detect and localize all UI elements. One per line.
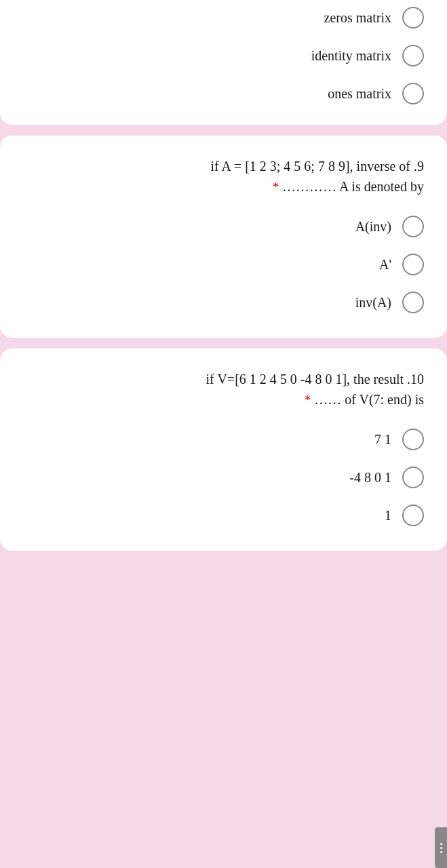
option-label-71: 7 1 (374, 432, 391, 448)
question-card-2: if A = [1 2 3; 4 5 6; 7 8 9], inverse of… (0, 136, 447, 338)
radio-ainv[interactable] (402, 216, 424, 237)
partial-card: zeros matrix identity matrix ones matrix (0, 0, 447, 125)
question-line2-q3: …… of V(7: end) is (314, 392, 424, 407)
radio-ones-matrix[interactable] (402, 83, 424, 104)
option-label-aprime: A' (379, 257, 391, 273)
question-text-2: if A = [1 2 3; 4 5 6; 7 8 9], inverse of… (16, 156, 431, 197)
option-label-4801: -4 8 0 1 (349, 470, 391, 486)
question-asterisk-2: * (273, 180, 279, 194)
radio-zeros-matrix[interactable] (402, 7, 424, 28)
question-line1: if A = [1 2 3; 4 5 6; 7 8 9], inverse of… (210, 159, 424, 174)
question-line1-q3: if V=[6 1 2 4 5 0 -4 8 0 1], the result … (206, 372, 424, 387)
option-row: A(inv) (355, 216, 424, 237)
option-label-inva: inv(A) (355, 295, 391, 311)
radio-4801[interactable] (402, 467, 424, 488)
option-row: identity matrix (311, 45, 424, 66)
question-card-3: if V=[6 1 2 4 5 0 -4 8 0 1], the result … (0, 349, 447, 551)
question-text-3: if V=[6 1 2 4 5 0 -4 8 0 1], the result … (16, 369, 431, 410)
option-row: A' (379, 254, 424, 275)
scrollbar-dot (440, 847, 442, 849)
option-row: zeros matrix (324, 7, 424, 28)
scrollbar-dot (440, 851, 442, 853)
options-list-2: A(inv) A' inv(A) (16, 216, 431, 313)
scrollbar-dots (440, 843, 442, 853)
option-label-one: 1 (385, 508, 391, 524)
scrollbar-dot (440, 843, 442, 845)
option-row: ones matrix (328, 83, 424, 104)
question-asterisk-3: * (305, 393, 311, 407)
question-line2: ………… A is denoted by (282, 179, 424, 194)
option-row: -4 8 0 1 (349, 467, 424, 488)
options-list-top: zeros matrix identity matrix ones matrix (16, 7, 431, 104)
option-label-ainv: A(inv) (355, 219, 391, 235)
scrollbar-indicator[interactable] (435, 827, 447, 868)
radio-one[interactable] (402, 505, 424, 526)
radio-71[interactable] (402, 429, 424, 450)
option-label: zeros matrix (324, 10, 391, 26)
options-list-3: 7 1 -4 8 0 1 1 (16, 429, 431, 526)
option-row: inv(A) (355, 292, 424, 313)
option-label: ones matrix (328, 86, 391, 102)
option-label: identity matrix (311, 48, 391, 64)
radio-inva[interactable] (402, 292, 424, 313)
radio-aprime[interactable] (402, 254, 424, 275)
radio-identity-matrix[interactable] (402, 45, 424, 66)
option-row: 1 (385, 505, 424, 526)
option-row: 7 1 (374, 429, 424, 450)
